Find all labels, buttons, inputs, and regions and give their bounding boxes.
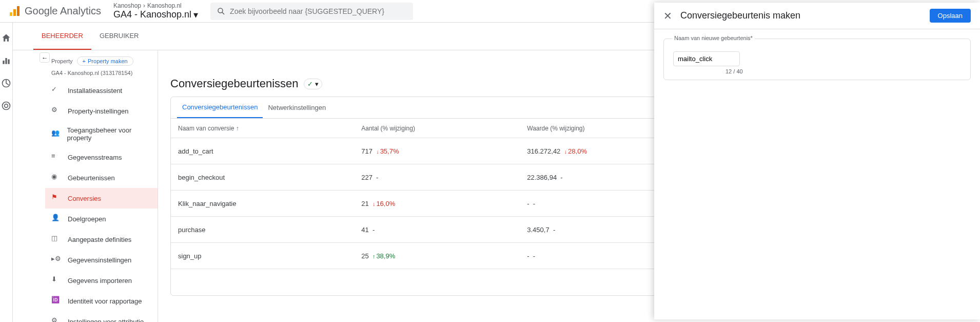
sidebar-icon: ≡: [51, 152, 62, 162]
sidebar-item-label: Toegangsbeheer voor property: [67, 126, 151, 142]
sidebar-icon: ◉: [51, 173, 62, 183]
breadcrumb-parent: Kanoshop: [113, 2, 141, 9]
sidebar-icon: ⬇: [51, 275, 62, 286]
check-icon: ✓: [307, 80, 313, 88]
sidebar-item-label: Doelgroepen: [68, 215, 106, 223]
property-id: GA4 - Kanoshop.nl (313178154): [45, 70, 158, 80]
sidebar-item-1[interactable]: ⚙Property-instellingen: [45, 101, 158, 121]
cell-count: 25 ↑38,9%: [354, 243, 520, 269]
sidebar-item-10[interactable]: 🆔Identiteit voor rapportage: [45, 291, 158, 311]
search-input[interactable]: [230, 7, 407, 15]
char-count: 12 / 40: [726, 68, 961, 74]
sidebar-item-4[interactable]: ◉Gebeurtenissen: [45, 167, 158, 188]
sidebar-item-7[interactable]: ◫Aangepaste definities: [45, 229, 158, 250]
sidebar-item-6[interactable]: 👤Doelgroepen: [45, 209, 158, 229]
sidebar-item-label: Gebeurtenissen: [68, 174, 115, 182]
svg-point-9: [3, 102, 10, 110]
create-event-drawer: ✕ Conversiegebeurtenis maken Opslaan Naa…: [654, 3, 980, 319]
breadcrumb[interactable]: Kanoshop › Kanoshop.nl GA4 - Kanoshop.nl…: [113, 2, 198, 21]
cell-name: sign_up: [171, 243, 354, 269]
svg-rect-0: [10, 12, 12, 16]
sidebar-item-label: Instellingen voor attributie: [68, 318, 144, 323]
sidebar-item-9[interactable]: ⬇Gegevens importeren: [45, 270, 158, 291]
sidebar-item-3[interactable]: ≡Gegevensstreams: [45, 147, 158, 167]
svg-point-10: [5, 104, 8, 108]
sidebar-item-label: Aangepaste definities: [68, 236, 131, 243]
sidebar-icon: 👤: [51, 214, 62, 224]
svg-rect-6: [5, 58, 7, 64]
sidebar-item-label: Property-instellingen: [68, 107, 129, 115]
sidebar-item-label: Gegevens importeren: [68, 277, 132, 285]
sidebar-icon: ✓: [51, 85, 62, 96]
caret-down-icon: ▾: [315, 80, 319, 88]
back-button[interactable]: ←: [40, 52, 50, 63]
close-icon[interactable]: ✕: [663, 10, 672, 22]
sidebar-icon: ⚑: [51, 193, 62, 203]
sidebar-item-2[interactable]: 👥Toegangsbeheer voor property: [45, 121, 158, 147]
nav-rail: [0, 23, 13, 322]
advertising-icon[interactable]: [1, 101, 11, 111]
svg-rect-5: [3, 61, 4, 64]
col-count[interactable]: Aantal (% wijziging): [354, 119, 520, 138]
sidebar-item-label: Installatieassistent: [68, 87, 122, 94]
breadcrumb-main: GA4 - Kanoshop.nl: [113, 9, 191, 20]
sidebar-icon: ⚙: [51, 316, 62, 322]
sidebar-item-label: Conversies: [68, 195, 101, 202]
chevron-right-icon: ›: [143, 2, 145, 9]
home-icon[interactable]: [1, 33, 11, 43]
svg-rect-1: [13, 9, 16, 16]
sort-asc-icon: ↑: [236, 125, 239, 132]
svg-rect-2: [17, 6, 19, 16]
sidebar-item-5[interactable]: ⚑Conversies: [45, 188, 158, 209]
cell-name: add_to_cart: [171, 138, 354, 164]
field-label: Naam van nieuwe gebeurtenis*: [672, 35, 755, 41]
property-label: Property: [51, 58, 73, 64]
cell-name: begin_checkout: [171, 164, 354, 191]
tab-user[interactable]: GEBRUIKER: [91, 23, 147, 50]
explore-icon[interactable]: [1, 78, 11, 88]
sidebar-item-8[interactable]: ▸⚙Gegevensinstellingen: [45, 250, 158, 270]
search-icon: [217, 7, 226, 16]
filter-chip[interactable]: ✓ ▾: [304, 79, 322, 89]
event-name-field: Naam van nieuwe gebeurtenis* 12 / 40: [663, 39, 971, 80]
cell-count: 717 ↓35,7%: [354, 138, 520, 164]
sidebar-icon: ⚙: [51, 106, 62, 116]
page-title: Conversiegebeurtenissen: [170, 77, 299, 90]
sidebar-icon: ◫: [51, 234, 62, 244]
sidebar-icon: 🆔: [51, 296, 62, 306]
brand-logo[interactable]: Google Analytics: [8, 5, 101, 17]
create-property-button[interactable]: + Property maken: [77, 56, 133, 66]
sidebar-icon: 👥: [51, 129, 61, 139]
tab-admin[interactable]: BEHEERDER: [33, 23, 91, 50]
caret-down-icon: ▾: [193, 9, 198, 21]
cell-name: purchase: [171, 217, 354, 243]
cell-count: 21 ↓16,0%: [354, 191, 520, 217]
cell-count: 41 -: [354, 217, 520, 243]
tab-conversions[interactable]: Conversiegebeurtenissen: [177, 97, 263, 118]
svg-rect-7: [8, 60, 9, 64]
event-name-input[interactable]: [673, 51, 740, 66]
save-button[interactable]: Opslaan: [930, 9, 971, 23]
plus-icon: +: [83, 58, 86, 64]
sidebar-item-11[interactable]: ⚙Instellingen voor attributie: [45, 311, 158, 322]
svg-line-4: [222, 12, 224, 14]
col-name[interactable]: Naam van conversie ↑: [171, 119, 354, 138]
sidebar-item-label: Gegevensstreams: [68, 154, 122, 161]
sidebar-item-label: Identiteit voor rapportage: [68, 297, 142, 305]
cell-count: 227 -: [354, 164, 520, 191]
search-box[interactable]: [210, 3, 413, 20]
brand-text: Google Analytics: [25, 5, 101, 17]
arrow-left-icon: ←: [42, 54, 48, 62]
sidebar-icon: ▸⚙: [51, 255, 62, 265]
drawer-title: Conversiegebeurtenis maken: [680, 10, 922, 21]
sidebar-item-label: Gegevensinstellingen: [68, 256, 131, 264]
cell-name: Klik_naar_navigatie: [171, 191, 354, 217]
svg-point-3: [218, 8, 223, 13]
property-sidebar: Property + Property maken GA4 - Kanoshop…: [45, 50, 158, 322]
tab-network[interactable]: Netwerkinstellingen: [263, 98, 331, 118]
reports-icon[interactable]: [1, 55, 11, 66]
analytics-icon: [8, 5, 21, 17]
sidebar-item-0[interactable]: ✓Installatieassistent: [45, 80, 158, 101]
breadcrumb-child: Kanoshop.nl: [147, 2, 182, 9]
